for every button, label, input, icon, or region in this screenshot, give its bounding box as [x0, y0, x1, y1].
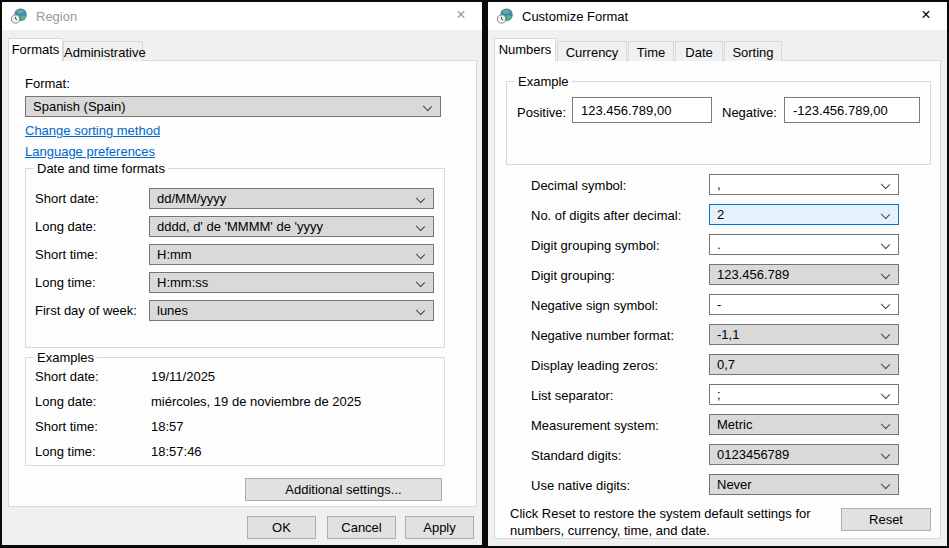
digits-after-decimal-value: 2 — [717, 207, 724, 222]
use-native-digits-value: Never — [717, 477, 752, 492]
list-separator-label: List separator: — [531, 388, 613, 403]
measurement-system-value: Metric — [717, 417, 752, 432]
tab-time-label: Time — [637, 45, 665, 60]
tab-numbers[interactable]: Numbers — [494, 38, 556, 61]
digits-after-decimal-label: No. of digits after decimal: — [531, 208, 681, 223]
example-long-date-value: miércoles, 19 de noviembre de 2025 — [151, 394, 361, 409]
ok-button[interactable]: OK — [247, 516, 316, 539]
format-label: Format: — [25, 76, 70, 91]
first-day-of-week-dropdown[interactable]: lunes — [149, 300, 434, 321]
negative-number-format-dropdown[interactable]: -1,1 — [709, 324, 899, 345]
short-date-value: dd/MM/yyyy — [157, 191, 226, 206]
additional-settings-button[interactable]: Additional settings... — [245, 478, 442, 501]
example-short-time-value: 18:57 — [151, 419, 184, 434]
customize-titlebar: Customize Format × — [488, 2, 947, 30]
format-dropdown[interactable]: Spanish (Spain) — [25, 96, 441, 117]
tab-date[interactable]: Date — [675, 41, 723, 61]
short-date-label: Short date: — [35, 191, 99, 206]
tab-administrative-label: Administrative — [64, 45, 146, 60]
positive-label: Positive: — [517, 105, 566, 120]
standard-digits-label: Standard digits: — [531, 448, 621, 463]
change-sorting-method-link[interactable]: Change sorting method — [25, 123, 160, 138]
use-native-digits-dropdown[interactable]: Never — [709, 474, 899, 495]
display-leading-zeros-dropdown[interactable]: 0,7 — [709, 354, 899, 375]
standard-digits-value: 0123456789 — [717, 447, 789, 462]
negative-number-format-value: -1,1 — [717, 327, 739, 342]
cancel-button[interactable]: Cancel — [327, 516, 396, 539]
display-leading-zeros-value: 0,7 — [717, 357, 735, 372]
tab-formats[interactable]: Formats — [8, 38, 63, 61]
digit-grouping-symbol-dropdown[interactable]: . — [709, 234, 899, 255]
tab-numbers-label: Numbers — [499, 42, 552, 57]
close-icon[interactable]: × — [905, 2, 947, 30]
region-titlebar: Region × — [2, 2, 482, 30]
long-date-value: dddd, d' de 'MMMM' de 'yyyy — [157, 219, 323, 234]
decimal-symbol-label: Decimal symbol: — [531, 178, 626, 193]
first-day-of-week-value: lunes — [157, 303, 188, 318]
short-date-dropdown[interactable]: dd/MM/yyyy — [149, 188, 434, 209]
long-time-dropdown[interactable]: H:mm:ss — [149, 272, 434, 293]
short-time-value: H:mm — [157, 247, 192, 262]
apply-button[interactable]: Apply — [405, 516, 474, 539]
tab-currency-label: Currency — [566, 45, 619, 60]
negative-sign-symbol-dropdown[interactable]: - — [709, 294, 899, 315]
chevron-down-icon — [416, 250, 425, 259]
chevron-down-icon — [881, 480, 890, 489]
chevron-down-icon — [881, 330, 890, 339]
chevron-down-icon — [881, 420, 890, 429]
language-preferences-link[interactable]: Language preferences — [25, 144, 155, 159]
short-time-dropdown[interactable]: H:mm — [149, 244, 434, 265]
customize-tabstrip: Numbers Currency Time Date Sorting — [494, 38, 941, 61]
numbers-tab-page: Example Positive: 123.456.789,00 Negativ… — [494, 60, 941, 539]
negative-sign-symbol-label: Negative sign symbol: — [531, 298, 658, 313]
decimal-symbol-value: , — [717, 177, 721, 192]
chevron-down-icon — [881, 360, 890, 369]
chevron-down-icon — [881, 450, 890, 459]
decimal-symbol-dropdown[interactable]: , — [709, 174, 899, 195]
reset-button[interactable]: Reset — [841, 508, 931, 531]
chevron-down-icon — [881, 390, 890, 399]
example-long-date-label: Long date: — [35, 394, 96, 409]
list-separator-dropdown[interactable]: ; — [709, 384, 899, 405]
chevron-down-icon — [416, 278, 425, 287]
region-dialog: Region × Formats Administrative Format: … — [2, 2, 482, 545]
long-time-value: H:mm:ss — [157, 275, 208, 290]
datetime-formats-group-title: Date and time formats — [34, 161, 168, 176]
tab-time[interactable]: Time — [628, 41, 674, 61]
standard-digits-dropdown[interactable]: 0123456789 — [709, 444, 899, 465]
digits-after-decimal-dropdown[interactable]: 2 — [709, 204, 899, 225]
chevron-down-icon — [416, 222, 425, 231]
tab-administrative[interactable]: Administrative — [63, 41, 143, 61]
chevron-down-icon — [423, 102, 432, 111]
chevron-down-icon — [881, 240, 890, 249]
negative-example-field[interactable]: -123.456.789,00 — [784, 97, 920, 123]
example-short-time-label: Short time: — [35, 419, 98, 434]
long-date-dropdown[interactable]: dddd, d' de 'MMMM' de 'yyyy — [149, 216, 434, 237]
globe-clock-icon — [11, 8, 28, 24]
region-tabstrip: Formats Administrative — [8, 38, 476, 61]
chevron-down-icon — [881, 180, 890, 189]
negative-sign-symbol-value: - — [717, 297, 721, 312]
measurement-system-label: Measurement system: — [531, 418, 659, 433]
tab-sorting[interactable]: Sorting — [724, 41, 782, 61]
first-day-of-week-label: First day of week: — [35, 303, 137, 318]
tab-currency[interactable]: Currency — [557, 41, 627, 61]
example-short-date-label: Short date: — [35, 369, 99, 384]
short-time-label: Short time: — [35, 247, 98, 262]
window-title: Region — [36, 9, 77, 24]
customize-format-dialog: Customize Format × Numbers Currency Time… — [488, 2, 947, 546]
digit-grouping-symbol-value: . — [717, 237, 721, 252]
digit-grouping-symbol-label: Digit grouping symbol: — [531, 238, 660, 253]
tab-date-label: Date — [685, 45, 712, 60]
chevron-down-icon — [881, 210, 890, 219]
window-title: Customize Format — [522, 9, 628, 24]
tab-formats-label: Formats — [12, 42, 60, 57]
close-icon[interactable]: × — [440, 2, 482, 30]
digit-grouping-dropdown[interactable]: 123.456.789 — [709, 264, 899, 285]
chevron-down-icon — [881, 270, 890, 279]
format-dropdown-value: Spanish (Spain) — [33, 99, 126, 114]
digit-grouping-value: 123.456.789 — [717, 267, 789, 282]
measurement-system-dropdown[interactable]: Metric — [709, 414, 899, 435]
tab-sorting-label: Sorting — [732, 45, 773, 60]
positive-example-field[interactable]: 123.456.789,00 — [572, 97, 712, 123]
